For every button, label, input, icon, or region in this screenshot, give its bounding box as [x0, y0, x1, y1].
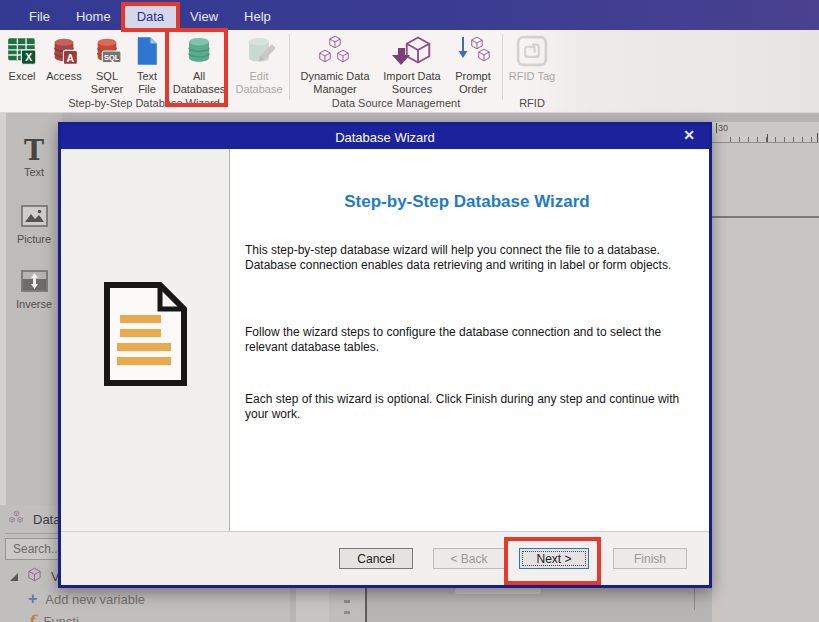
tool-label: Inverse [6, 298, 62, 310]
cancel-button[interactable]: Cancel [339, 548, 413, 569]
ribbon-button-label: Excel [9, 70, 36, 83]
tool-picture[interactable]: Picture [6, 205, 62, 245]
import-data-sources-button[interactable]: Import Data Sources [377, 30, 447, 95]
variable-cube-icon [27, 567, 42, 586]
access-button[interactable]: A Access [42, 30, 86, 83]
wizard-paragraph: Follow the wizard steps to configure the… [245, 325, 689, 355]
edit-database-icon [243, 33, 275, 69]
data-panel-tab-label: Data [33, 512, 60, 527]
dialog-titlebar[interactable]: Database Wizard ✕ [61, 125, 709, 149]
access-icon: A [49, 33, 79, 69]
variables-tree-item[interactable]: V [10, 567, 60, 586]
plus-icon: + [28, 591, 37, 607]
ruler-ticks [722, 137, 819, 142]
background-artifact [296, 588, 329, 622]
ribbon-separator [502, 34, 503, 100]
ribbon-button-label: Prompt Order [447, 70, 499, 95]
cubes-icon [8, 510, 25, 529]
horizontal-ruler: 30 [712, 122, 819, 143]
svg-text:A: A [67, 52, 75, 64]
data-panel-tab[interactable]: Data [8, 510, 60, 529]
background-scrollbar-thumb[interactable] [455, 588, 541, 594]
inverse-icon [21, 278, 48, 295]
picture-icon [21, 213, 48, 230]
rfid-tag-icon [516, 33, 548, 69]
prompt-order-button[interactable]: Prompt Order [447, 30, 499, 95]
wizard-heading: Step-by-Step Database Wizard [245, 192, 689, 212]
background-artifact [344, 611, 350, 614]
all-databases-icon [182, 33, 216, 69]
finish-button: Finish [613, 548, 687, 569]
ribbon-group-label: Step-by-Step Database Wizard [2, 97, 286, 112]
add-new-variable-link[interactable]: + Add new variable [28, 591, 145, 607]
prompt-order-icon [455, 33, 491, 69]
expander-icon[interactable] [10, 573, 18, 581]
close-icon[interactable]: ✕ [683, 127, 695, 143]
wizard-paragraph: This step-by-step database wizard will h… [245, 243, 689, 273]
svg-text:SQL: SQL [104, 53, 120, 62]
database-wizard-dialog: Database Wizard ✕ Step-by-Step Database … [58, 122, 712, 588]
function-icon: f [28, 614, 34, 622]
ruler-tick [817, 133, 818, 142]
ribbon-button-label: Dynamic Data Manager [293, 70, 377, 95]
wizard-content: Step-by-Step Database Wizard This step-b… [230, 149, 709, 531]
background-artifact [329, 588, 367, 622]
text-file-button[interactable]: Text File [128, 30, 166, 95]
back-button: < Back [433, 548, 505, 569]
ribbon-button-label: All Databases [166, 70, 232, 95]
background-artifact [694, 588, 695, 610]
excel-icon: X [7, 33, 37, 69]
text-file-icon [135, 33, 159, 69]
tool-label: Picture [6, 233, 62, 245]
design-canvas [712, 143, 819, 622]
ribbon-group-rfid: RFID Tag RFID [506, 30, 558, 112]
ribbon-button-label: RFID Tag [509, 70, 555, 83]
tool-text[interactable]: T Text [6, 137, 62, 178]
ribbon-separator [289, 34, 290, 100]
excel-button[interactable]: X Excel [2, 30, 42, 83]
ribbon-button-label: Edit Database [232, 70, 286, 95]
document-icon [103, 282, 188, 390]
wizard-side-panel [61, 149, 230, 531]
dialog-title: Database Wizard [335, 130, 435, 145]
text-tool-icon: T [24, 135, 44, 166]
tab-home[interactable]: Home [63, 4, 124, 29]
all-databases-button[interactable]: All Databases [166, 30, 232, 95]
ruler-tick [767, 134, 768, 142]
tab-data[interactable]: Data [124, 4, 177, 29]
tool-label: Text [6, 166, 62, 178]
wizard-paragraph: Each step of this wizard is optional. Cl… [245, 392, 689, 422]
tab-help[interactable]: Help [231, 4, 284, 29]
ruler-origin-label: 30 [716, 123, 728, 133]
ribbon-button-label: SQL Server [86, 70, 128, 95]
background-artifact [344, 600, 350, 603]
functions-tree-item[interactable]: f Functi [28, 614, 79, 622]
sql-server-button[interactable]: SQL SQL Server [86, 30, 128, 95]
canvas-edge-line [712, 216, 819, 218]
menubar: File Home Data View Help [0, 0, 819, 30]
import-data-sources-icon [391, 33, 433, 69]
next-button[interactable]: Next > [519, 548, 589, 569]
ribbon-group-label: Data Source Management [293, 97, 499, 112]
dynamic-data-manager-button[interactable]: Dynamic Data Manager [293, 30, 377, 95]
sql-server-icon: SQL [92, 33, 122, 69]
dialog-footer: Cancel < Back Next > Finish [61, 531, 709, 585]
background-artifact [365, 588, 367, 622]
edit-database-button: Edit Database [232, 30, 286, 95]
tab-file[interactable]: File [16, 4, 63, 29]
rfid-tag-button: RFID Tag [506, 30, 558, 83]
ribbon-button-label: Access [46, 70, 81, 83]
ribbon: X Excel A Access [0, 30, 819, 113]
dynamic-data-manager-icon [316, 33, 354, 69]
add-variable-label: Add new variable [45, 592, 145, 607]
ribbon-button-label: Import Data Sources [377, 70, 447, 95]
functions-label: Functi [43, 614, 78, 622]
ribbon-group-data-source: Dynamic Data Manager Import Data Sources [293, 30, 499, 112]
svg-text:X: X [25, 52, 32, 63]
tool-inverse[interactable]: Inverse [6, 270, 62, 310]
ribbon-group-wizard: X Excel A Access [2, 30, 286, 112]
tab-view[interactable]: View [177, 4, 231, 29]
ribbon-group-label: RFID [506, 97, 558, 112]
ribbon-button-label: Text File [128, 70, 166, 95]
